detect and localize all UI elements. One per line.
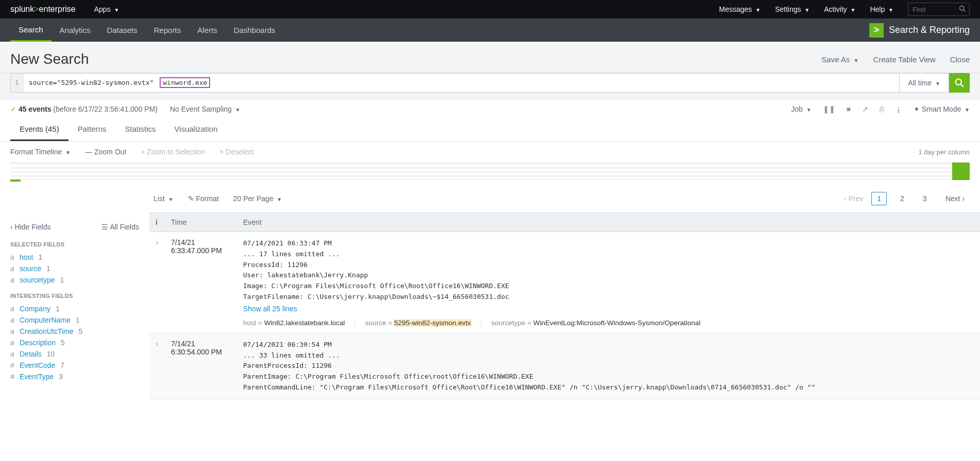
zoom-out-button[interactable]: — Zoom Out	[85, 148, 126, 156]
settings-menu[interactable]: Settings ▼	[775, 5, 810, 13]
field-count: 1	[76, 316, 80, 324]
format-button[interactable]: ✎ Format	[188, 194, 219, 203]
field-source[interactable]: asource1	[10, 263, 139, 274]
field-name[interactable]: EventCode	[20, 361, 55, 369]
col-event[interactable]: Event	[237, 213, 980, 232]
list-view-dropdown[interactable]: List ▼	[153, 194, 174, 203]
field-type-icon: a	[10, 264, 16, 273]
event-raw[interactable]: 07/14/2021 06:30:54 PM ... 33 lines omit…	[243, 340, 974, 393]
svg-point-2	[956, 79, 961, 85]
app-icon: >	[869, 23, 884, 38]
svg-point-0	[960, 6, 964, 10]
print-icon[interactable]: ⎙	[880, 105, 884, 113]
zoom-to-selection-button: + Zoom to Selection	[141, 148, 205, 156]
field-count: 1	[60, 276, 64, 284]
field-count: 5	[61, 339, 65, 347]
status-check-icon: ✓ 45 events (before 6/17/22 3:56:41.000 …	[10, 105, 158, 113]
event-time: 7/14/21 6:30:54.000 PM	[165, 333, 237, 399]
search-line-number: 1	[11, 74, 24, 92]
help-menu[interactable]: Help ▼	[870, 5, 893, 13]
save-as-button[interactable]: Save As ▼	[821, 55, 858, 64]
field-name[interactable]: sourcetype	[20, 276, 55, 284]
format-timeline-button[interactable]: Format Timeline ▼	[10, 148, 71, 156]
activity-menu[interactable]: Activity ▼	[824, 5, 855, 13]
messages-menu[interactable]: Messages ▼	[719, 5, 761, 13]
per-page-dropdown[interactable]: 20 Per Page ▼	[233, 194, 282, 203]
field-name[interactable]: Company	[20, 305, 50, 313]
search-icon	[955, 78, 964, 87]
page-2[interactable]: 2	[895, 192, 909, 205]
create-table-view-button[interactable]: Create Table View	[873, 55, 935, 64]
expand-icon[interactable]: ›	[149, 232, 165, 333]
field-sourcetype[interactable]: asourcetype1	[10, 274, 139, 286]
timeline-bar[interactable]	[952, 163, 970, 180]
close-button[interactable]: Close	[950, 55, 970, 64]
field-name[interactable]: Details	[20, 350, 42, 358]
show-all-lines-link[interactable]: Show all 25 lines	[243, 305, 297, 313]
tab-patterns[interactable]: Patterns	[68, 118, 116, 141]
search-input[interactable]: source="5295-win82-sysmon.evtx" winword.…	[24, 74, 899, 92]
search-highlighted-term: winword.exe	[160, 77, 210, 88]
export-icon[interactable]: ⭳	[895, 105, 902, 113]
expand-icon[interactable]: ›	[149, 333, 165, 399]
time-range-picker[interactable]: All time ▼	[900, 73, 949, 93]
apps-menu[interactable]: Apps ▼	[94, 5, 119, 13]
search-input-wrap[interactable]: 1 source="5295-win82-sysmon.evtx" winwor…	[10, 73, 900, 93]
page-3[interactable]: 3	[918, 192, 932, 205]
share-icon[interactable]: ↗	[862, 105, 868, 113]
field-type-icon: a	[10, 350, 16, 358]
field-company[interactable]: aCompany1	[10, 303, 139, 314]
field-name[interactable]: source	[20, 264, 41, 273]
field-name[interactable]: host	[20, 253, 33, 261]
nav-datasets[interactable]: Datasets	[99, 19, 146, 42]
field-count: 1	[46, 264, 50, 273]
timeline-bar[interactable]	[10, 180, 21, 182]
timeline-visualization[interactable]	[10, 162, 970, 180]
field-type-icon: a	[10, 253, 16, 261]
stop-icon[interactable]: ■	[847, 105, 851, 113]
hide-fields-button[interactable]: ‹ Hide Fields	[10, 223, 51, 231]
field-eventcode[interactable]: #EventCode7	[10, 360, 139, 371]
selected-fields-heading: SELECTED FIELDS	[10, 241, 139, 247]
nav-dashboards[interactable]: Dashboards	[226, 19, 284, 42]
field-type-icon: #	[10, 361, 16, 369]
event-meta: host = Win82.lakestatebank.local | sourc…	[243, 319, 974, 327]
field-eventtype[interactable]: #EventType3	[10, 371, 139, 382]
field-name[interactable]: CreationUtcTime	[20, 327, 74, 335]
smart-mode-dropdown[interactable]: ✦ Smart Mode ▼	[914, 105, 970, 113]
nav-analytics[interactable]: Analytics	[51, 19, 99, 42]
field-computername[interactable]: aComputerName1	[10, 314, 139, 326]
event-raw[interactable]: 07/14/2021 06:33:47 PM ... 17 lines omit…	[243, 238, 974, 303]
find-box[interactable]	[908, 3, 970, 16]
tab-visualization[interactable]: Visualization	[165, 118, 227, 141]
field-type-icon: a	[10, 305, 16, 313]
field-creationutctime[interactable]: aCreationUtcTime5	[10, 326, 139, 337]
field-name[interactable]: Description	[20, 339, 56, 347]
col-time[interactable]: Time	[165, 213, 237, 232]
svg-line-1	[964, 10, 965, 11]
field-count: 1	[38, 253, 42, 261]
page-1[interactable]: 1	[871, 192, 887, 205]
job-menu[interactable]: Job ▼	[791, 105, 811, 113]
nav-alerts[interactable]: Alerts	[189, 19, 225, 42]
search-button[interactable]	[949, 73, 970, 93]
event-sampling-dropdown[interactable]: No Event Sampling ▼	[170, 105, 240, 113]
next-page-button[interactable]: Next ›	[940, 192, 970, 205]
field-count: 1	[56, 305, 60, 313]
tab-statistics[interactable]: Statistics	[116, 118, 165, 141]
nav-search[interactable]: Search	[10, 19, 51, 42]
splunk-logo[interactable]: splunk>enterprise	[10, 5, 76, 14]
nav-reports[interactable]: Reports	[146, 19, 190, 42]
pause-icon[interactable]: ❚❚	[823, 105, 835, 113]
field-type-icon: a	[10, 339, 16, 347]
find-input[interactable]	[913, 6, 959, 13]
field-name[interactable]: ComputerName	[20, 316, 71, 324]
field-description[interactable]: aDescription5	[10, 337, 139, 348]
tab-events[interactable]: Events (45)	[10, 118, 68, 141]
field-type-icon: a	[10, 276, 16, 284]
field-name[interactable]: EventType	[20, 373, 54, 381]
svg-line-3	[961, 84, 964, 87]
field-details[interactable]: aDetails10	[10, 348, 139, 360]
all-fields-button[interactable]: ☰ All Fields	[101, 223, 139, 231]
field-host[interactable]: ahost1	[10, 252, 139, 263]
